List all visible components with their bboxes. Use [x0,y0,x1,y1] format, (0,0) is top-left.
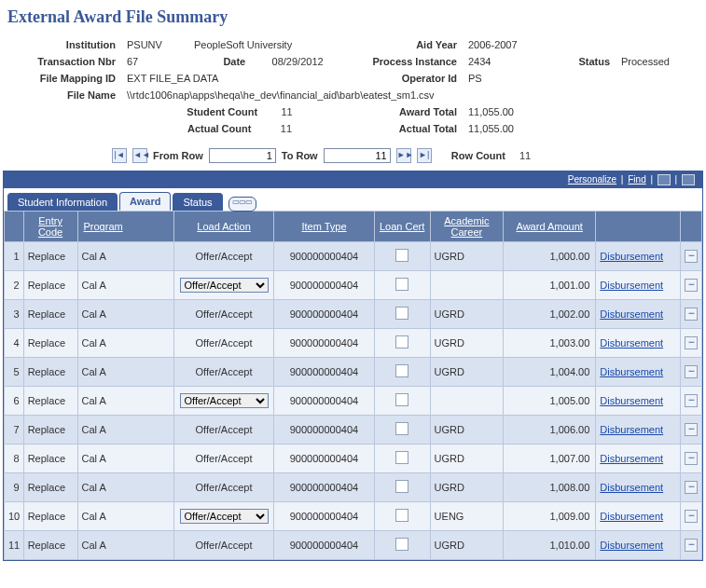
program: Cal A [77,242,173,271]
collapse-icon[interactable]: − [685,394,698,407]
loan-cert[interactable] [374,329,430,358]
collapse-icon[interactable]: − [685,423,698,436]
row-navigation: |◄ ◄◄ From Row To Row ►► ►| Row Count 11 [112,148,706,163]
collapse-icon[interactable]: − [685,452,698,465]
loan-cert-checkbox[interactable] [395,278,408,291]
table-row: 10ReplaceCal AOffer/Accept900000000404UE… [5,502,702,531]
loan-cert[interactable] [374,271,430,300]
loan-cert-checkbox[interactable] [395,249,408,262]
collapse-icon[interactable]: − [685,481,698,494]
show-all-columns-icon[interactable] [228,197,256,212]
col-loan-cert[interactable]: Loan Cert [380,221,424,232]
disbursement-link[interactable]: Disbursement [600,424,663,435]
disbursement-link[interactable]: Disbursement [600,280,663,291]
personalize-link[interactable]: Personalize [568,174,616,185]
table-row: 6ReplaceCal AOffer/Accept9000000004041,0… [5,387,702,416]
find-link[interactable]: Find [628,174,645,185]
collapse-icon[interactable]: − [685,308,698,321]
collapse-icon[interactable]: − [685,365,698,378]
view-all-icon[interactable] [658,174,671,185]
load-action: Offer/Accept [173,473,273,502]
col-load-action[interactable]: Load Action [197,221,251,232]
entry-code: Replace [23,329,77,358]
disbursement-link[interactable]: Disbursement [600,337,663,349]
disbursement-link[interactable]: Disbursement [600,482,663,493]
award-amount: 1,008.00 [504,473,596,502]
col-academic-career[interactable]: Academic Career [444,215,489,238]
load-action[interactable]: Offer/Accept [173,502,273,531]
program: Cal A [77,358,173,387]
item-type: 900000000404 [274,444,374,473]
loan-cert[interactable] [374,416,430,444]
col-item-type[interactable]: Item Type [301,221,346,232]
to-row-input[interactable] [324,148,391,163]
end-cell: − [681,358,702,387]
disbursement-link[interactable]: Disbursement [600,251,663,262]
last-page-icon[interactable]: ►| [417,148,432,163]
collapse-icon[interactable]: − [685,279,698,292]
collapse-icon[interactable]: − [685,510,698,523]
collapse-icon[interactable]: − [685,250,698,263]
loan-cert-checkbox[interactable] [395,509,408,522]
loan-cert[interactable] [374,358,430,387]
collapse-icon[interactable]: − [685,336,698,349]
loan-cert[interactable] [374,531,430,560]
end-cell: − [681,444,702,473]
transaction-nbr-label: Transaction Nbr [7,53,121,70]
load-action-select[interactable]: Offer/Accept [180,393,269,408]
download-icon[interactable] [682,174,695,185]
col-entry-code[interactable]: Entry Code [38,215,62,238]
entry-code: Replace [23,473,77,502]
disbursement-link[interactable]: Disbursement [600,308,663,320]
disbursement-cell: Disbursement [596,271,681,300]
prev-page-icon[interactable]: ◄◄ [132,148,147,163]
load-action[interactable]: Offer/Accept [173,271,273,300]
award-amount: 1,010.00 [504,531,596,560]
entry-code: Replace [23,300,77,329]
disbursement-cell: Disbursement [596,358,681,387]
collapse-icon[interactable]: − [685,539,698,552]
col-award-amount[interactable]: Award Amount [517,221,583,232]
loan-cert-checkbox[interactable] [395,364,408,377]
disbursement-link[interactable]: Disbursement [600,395,663,406]
load-action-select[interactable]: Offer/Accept [180,509,269,524]
loan-cert-checkbox[interactable] [395,538,408,551]
loan-cert-checkbox[interactable] [395,422,408,435]
load-action-select[interactable]: Offer/Accept [180,278,269,293]
next-page-icon[interactable]: ►► [396,148,411,163]
disbursement-link[interactable]: Disbursement [600,511,663,522]
item-type: 900000000404 [274,358,374,387]
award-amount: 1,000.00 [504,242,596,271]
loan-cert-checkbox[interactable] [395,307,408,320]
tab-status[interactable]: Status [173,193,222,211]
loan-cert-checkbox[interactable] [395,451,408,464]
award-amount: 1,005.00 [504,387,596,416]
loan-cert-checkbox[interactable] [395,480,408,493]
award-amount: 1,004.00 [504,358,596,387]
loan-cert-checkbox[interactable] [395,393,408,406]
tab-student-information[interactable]: Student Information [7,193,118,211]
disbursement-link[interactable]: Disbursement [600,366,663,377]
loan-cert-checkbox[interactable] [395,335,408,349]
disbursement-link[interactable]: Disbursement [600,540,663,551]
first-page-icon[interactable]: |◄ [112,148,127,163]
program: Cal A [77,416,173,444]
operator-id-label: Operator Id [358,70,463,87]
disbursement-link[interactable]: Disbursement [600,453,663,464]
institution-label: Institution [7,36,121,53]
col-program[interactable]: Program [84,221,123,232]
from-row-input[interactable] [209,148,276,163]
load-action[interactable]: Offer/Accept [173,387,273,416]
loan-cert[interactable] [374,502,430,531]
loan-cert[interactable] [374,242,430,271]
loan-cert[interactable] [374,300,430,329]
disbursement-cell: Disbursement [596,300,681,329]
file-mapping-id: EXT FILE_EA DATA [121,70,358,87]
loan-cert[interactable] [374,387,430,416]
end-cell: − [681,329,702,358]
loan-cert[interactable] [374,444,430,473]
loan-cert[interactable] [374,473,430,502]
award-amount: 1,006.00 [504,416,596,444]
end-cell: − [681,387,702,416]
tab-award[interactable]: Award [119,192,171,211]
